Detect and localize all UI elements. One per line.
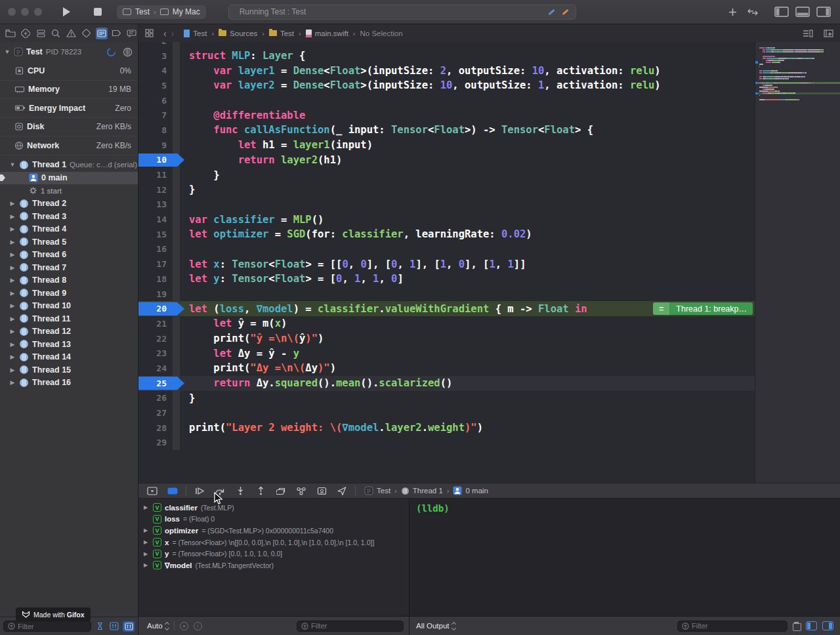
variables-scope-dropdown[interactable]: Auto (147, 622, 169, 630)
disclosure-triangle-icon[interactable]: ▶ (9, 290, 16, 297)
thread-row-16[interactable]: ▶Thread 16 (0, 377, 138, 390)
variable-row[interactable]: ▶Vclassifier(Test.MLP) (138, 502, 409, 514)
quicklook-button[interactable] (180, 622, 188, 630)
clear-console-button[interactable] (793, 622, 801, 630)
breakpoint-annotation[interactable]: =Thread 1: breakp… (653, 302, 753, 315)
related-items-icon[interactable] (145, 29, 154, 37)
debug-bar-view-hierarchy-button[interactable] (274, 485, 288, 497)
navigator-tab-reports[interactable] (126, 28, 138, 39)
disclosure-triangle-icon[interactable]: ▶ (144, 539, 150, 545)
disclosure-triangle-icon[interactable]: ▶ (9, 213, 16, 220)
debug-bar-environment-overrides-button[interactable] (314, 485, 329, 497)
disclosure-triangle-icon[interactable]: ▶ (9, 251, 16, 258)
thread-row-15[interactable]: ▶Thread 15 (0, 363, 138, 377)
run-button[interactable] (56, 5, 76, 19)
disclosure-triangle-icon[interactable]: ▶ (9, 328, 16, 335)
activity-viewer[interactable]: Running Test : Test (228, 5, 576, 20)
gauge-row-cpu[interactable]: CPU0% (0, 62, 138, 81)
toggle-variables-view-button[interactable] (806, 621, 817, 630)
debug-bar-memory-graph-button[interactable] (294, 485, 308, 497)
variables-filter-field[interactable]: Filter (297, 621, 404, 632)
disclosure-triangle-icon[interactable]: ▶ (9, 354, 16, 360)
disclosure-triangle-icon[interactable]: ▶ (9, 200, 16, 207)
disclosure-triangle-icon[interactable]: ▶ (9, 379, 16, 386)
debug-bar-continue-button[interactable] (192, 485, 207, 497)
thread-row-10[interactable]: ▶Thread 10 (0, 300, 138, 313)
library-add-button[interactable] (728, 7, 738, 17)
breadcrumb-item[interactable]: No Selection (360, 30, 403, 37)
debug-bar-breakpoints-toggle-button[interactable] (165, 485, 180, 497)
disclosure-triangle-icon[interactable]: ▶ (9, 264, 16, 271)
navigator-tab-project[interactable] (5, 28, 16, 39)
navigator-filter-field[interactable]: Filter (3, 621, 91, 632)
toggle-debug-area-button[interactable] (795, 7, 810, 17)
thread-row-8[interactable]: ▶Thread 8 (0, 274, 138, 287)
navigator-tab-tests[interactable] (81, 28, 93, 39)
scheme-selector[interactable]: Test › My Mac (117, 5, 206, 19)
disclosure-triangle-icon[interactable]: ▶ (144, 504, 150, 510)
debug-bar-step-out-button[interactable] (253, 485, 268, 497)
debug-bar-simulate-location-button[interactable] (335, 485, 349, 497)
debug-crumb-item[interactable]: 0 main (453, 486, 488, 495)
view-process-by-queue-button[interactable] (123, 621, 135, 632)
debug-crumb-item[interactable]: Thread 1 (401, 487, 443, 495)
disclosure-triangle-icon[interactable]: ▶ (144, 551, 150, 557)
breadcrumb-item[interactable]: Test (269, 30, 294, 37)
navigator-tab-find[interactable] (50, 28, 62, 39)
disclosure-triangle-icon[interactable]: ▼ (4, 49, 10, 55)
breadcrumb-item[interactable]: Sources (219, 30, 257, 37)
gauge-row-disk[interactable]: DiskZero KB/s (0, 118, 138, 137)
thread-row-6[interactable]: ▶Thread 6 (0, 249, 138, 262)
editor-minimap[interactable] (755, 42, 840, 483)
thread-row-1[interactable]: ▼Thread 1Queue: c…d (serial) (0, 158, 138, 172)
gauge-row-memory[interactable]: Memory19 MB (0, 81, 138, 100)
thread-row-5[interactable]: ▶Thread 5 (0, 236, 138, 249)
go-forward-button[interactable]: › (171, 28, 175, 39)
thread-row-7[interactable]: ▶Thread 7 (0, 261, 138, 274)
close-window-button[interactable] (8, 8, 16, 16)
variable-row[interactable]: ▶Vx= (Tensor<Float>) \n[[0.0, 0.0],\n [0… (138, 537, 409, 548)
navigator-tab-source-control[interactable] (20, 28, 32, 39)
gauge-row-energy[interactable]: Energy ImpactZero (0, 99, 138, 118)
stack-frame-row[interactable]: 0 main (0, 172, 138, 185)
thread-row-3[interactable]: ▶Thread 3 (0, 210, 138, 223)
minimize-window-button[interactable] (21, 8, 29, 16)
thread-row-14[interactable]: ▶Thread 14 (0, 351, 138, 364)
gauge-row-network[interactable]: NetworkZero KB/s (0, 136, 138, 155)
code-scroll-area[interactable]: 23struct MLP: Layer {4 var layer1 = Dens… (138, 42, 755, 483)
navigator-tab-debug[interactable] (96, 28, 108, 39)
process-row[interactable]: ▼TestPID 78223 (0, 42, 138, 62)
variables-view[interactable]: ▶Vclassifier(Test.MLP)Vloss= (Float) 0▶V… (138, 499, 410, 616)
variable-row[interactable]: ▶Vy= (Tensor<Float>) [0.0, 1.0, 1.0, 0.0… (138, 548, 409, 560)
adjust-editor-options-button[interactable] (803, 30, 813, 37)
breadcrumb-item[interactable]: main.swift (306, 30, 348, 37)
stop-button[interactable] (88, 5, 108, 19)
disclosure-triangle-icon[interactable]: ▶ (9, 239, 16, 245)
console-view[interactable]: (lldb) (410, 499, 840, 616)
debug-bar-hide-debug-area-button[interactable] (145, 485, 159, 497)
thread-row-4[interactable]: ▶Thread 4 (0, 223, 138, 236)
thread-row-2[interactable]: ▶Thread 2 (0, 197, 138, 211)
info-button[interactable]: i (194, 622, 202, 630)
navigator-tab-issues[interactable] (65, 28, 77, 39)
variable-row[interactable]: ▶Voptimizer= (SGD<Test.MLP>) 0x000000011… (138, 525, 409, 537)
navigator-tab-symbols[interactable] (35, 28, 47, 39)
show-running-blocks-button[interactable] (94, 621, 106, 632)
disclosure-triangle-icon[interactable]: ▶ (144, 562, 150, 568)
thread-row-13[interactable]: ▶Thread 13 (0, 338, 138, 351)
thread-row-12[interactable]: ▶Thread 12 (0, 325, 138, 338)
code-review-button[interactable] (747, 8, 759, 16)
disclosure-triangle-icon[interactable]: ▶ (9, 302, 16, 309)
toggle-console-view-button[interactable] (822, 621, 833, 630)
disclosure-triangle-icon[interactable]: ▶ (9, 316, 16, 322)
disclosure-triangle-icon[interactable]: ▼ (9, 161, 16, 168)
disclosure-triangle-icon[interactable]: ▶ (9, 367, 16, 373)
go-back-button[interactable]: ‹ (163, 28, 167, 39)
breadcrumb-item[interactable]: Test (184, 30, 207, 37)
stack-frame-row[interactable]: 1 start (0, 184, 138, 197)
zoom-window-button[interactable] (34, 8, 42, 16)
thread-row-9[interactable]: ▶Thread 9 (0, 287, 138, 300)
toggle-navigator-button[interactable] (774, 7, 789, 17)
add-editor-button[interactable] (824, 30, 833, 37)
disclosure-triangle-icon[interactable]: ▶ (9, 341, 16, 348)
